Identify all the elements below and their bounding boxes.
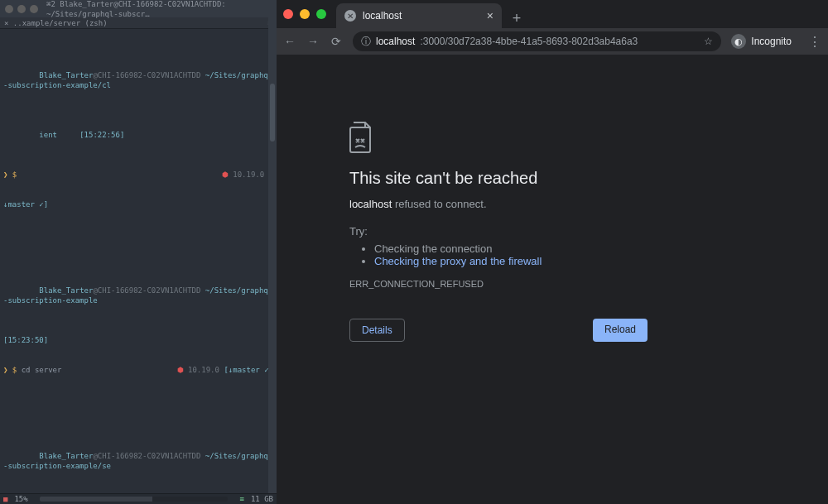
incognito-label: Incognito [751,36,792,47]
close-tab-icon[interactable]: × [487,9,493,22]
error-suggestion: Checking the proxy and the firewall [374,255,755,267]
memory-text: 11 GB [251,494,273,504]
reload-icon[interactable]: ⟳ [330,35,343,48]
timestamp: [15:22:56] [79,131,124,139]
tab-strip: ✕ localhost × + [277,0,828,28]
error-heading: This site can't be reached [349,169,755,188]
terminal-titlebar[interactable]: ⌘2 Blake_Tarter@CHI-166982-C02VN1ACHTDD:… [0,0,277,17]
details-button[interactable]: Details [349,319,405,342]
cpu-sparkline [40,497,229,502]
prompt-icon: ❯ $ [3,170,22,179]
incognito-badge[interactable]: ◐ Incognito [731,34,792,49]
prompt-line: ↓master ✓] [3,199,273,209]
zoom-icon[interactable] [30,5,38,13]
tab-title: localhost [363,10,480,22]
proxy-firewall-link[interactable]: Checking the proxy and the firewall [374,255,542,267]
browser-window: ✕ localhost × + ← → ⟳ ⓘ localhost:3000/3… [277,0,828,504]
url-host: localhost [376,36,415,47]
new-tab-button[interactable]: + [507,8,527,28]
page-content: This site can't be reached localhost ref… [277,55,828,504]
pane1-body[interactable]: Blake_Tarter@CHI-166982-C02VN1ACHTDD ~/S… [0,29,277,504]
error-code: ERR_CONNECTION_REFUSED [349,279,755,289]
command: cd server [22,366,62,374]
cpu-text: 15% [14,494,27,504]
window-controls[interactable] [5,5,38,13]
cpu-icon: ■ [3,494,7,504]
git-branch: ↓master ✓ [3,200,44,209]
pane1-tab[interactable]: × ..xample/server (zsh) ≡ [0,17,277,29]
error-suggestion: Checking the connection [374,242,755,255]
prompt-line: [15:23:50] [3,335,273,345]
scrollbar[interactable] [268,17,277,493]
terminal-title: ⌘2 Blake_Tarter@CHI-166982-C02VN1ACHTDD:… [46,0,272,19]
prompt-line: Blake_Tarter@CHI-166982-C02VN1ACHTDD ~/S… [3,441,273,481]
pane1-tab-label: × ..xample/server (zsh) [4,18,108,28]
memory-icon: ≡ [239,494,243,504]
node-version: 10.19.0 [229,170,269,179]
close-icon[interactable] [283,9,293,19]
node-icon: ⬢ [222,170,229,179]
forward-icon[interactable]: → [306,35,320,48]
error-suggestions: Checking the connection Checking the pro… [349,242,755,267]
menu-icon[interactable]: ⋮ [808,34,821,50]
prompt-line: ❯ $ cd server ⬢ 10.19.0 [↓master ✓] [3,365,273,375]
back-icon[interactable]: ← [283,35,296,48]
error-page-icon [349,121,755,154]
prompt-line: Blake_Tarter@CHI-166982-C02VN1ACHTDD ~/S… [3,276,273,315]
svg-rect-0 [350,127,370,152]
url-path: :3000/30d72a38-4bbe-41a5-8693-802d3ab4a6… [420,36,638,47]
terminal-window: ⌘2 Blake_Tarter@CHI-166982-C02VN1ACHTDD:… [0,0,277,504]
reload-button[interactable]: Reload [593,319,647,342]
site-info-icon[interactable]: ⓘ [361,35,371,49]
close-icon[interactable] [5,5,13,13]
browser-toolbar: ← → ⟳ ⓘ localhost:3000/30d72a38-4bbe-41a… [277,28,828,55]
minimize-icon[interactable] [17,5,26,13]
prompt-line: ient [15:22:56] [3,120,273,150]
incognito-icon: ◐ [731,34,746,49]
favicon-icon: ✕ [344,10,356,22]
address-bar[interactable]: ⓘ localhost:3000/30d72a38-4bbe-41a5-8693… [353,31,721,51]
window-controls[interactable] [283,0,336,28]
error-try-label: Try: [349,225,755,238]
bookmark-icon[interactable]: ☆ [704,36,713,47]
error-summary: localhost refused to connect. [349,198,755,210]
status-bar: ■ 15% ≡ 11 GB [0,493,277,504]
host: CHI-166982-C02VN1ACHTDD [98,71,201,79]
prompt-line: Blake_Tarter@CHI-166982-C02VN1ACHTDD ~/S… [3,60,273,100]
user: Blake_Tarter [39,71,93,79]
browser-tab[interactable]: ✕ localhost × [336,3,502,28]
scrollbar-thumb[interactable] [270,84,275,142]
zoom-icon[interactable] [316,9,326,19]
prompt-line: ❯ $ ⬢ 10.19.0 [ [3,170,273,180]
minimize-icon[interactable] [300,9,310,19]
